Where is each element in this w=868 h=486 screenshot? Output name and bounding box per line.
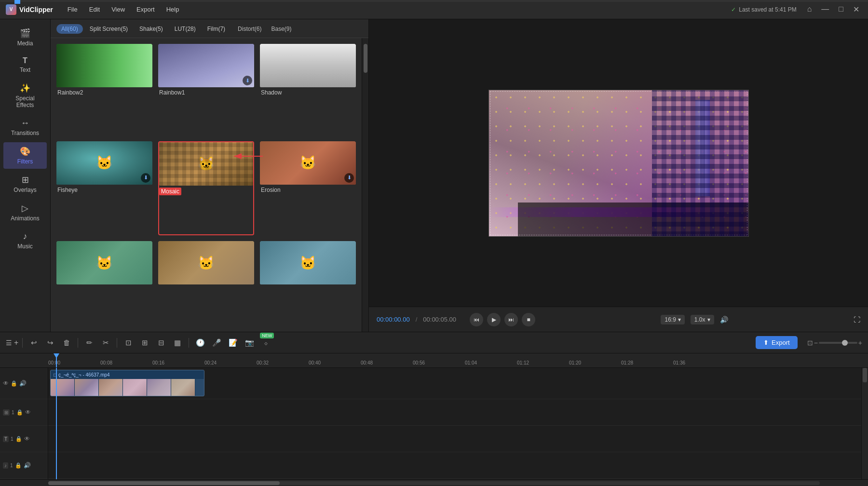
ruler-playhead	[56, 353, 57, 367]
filter-item-rainbow1[interactable]: ⬇ Rainbow1	[158, 44, 254, 135]
sidebar-item-special-effects[interactable]: ✨ Special Effects	[3, 79, 47, 112]
sidebar-item-overlays[interactable]: ⊞ Overlays	[3, 171, 47, 197]
close-button[interactable]: ✕	[850, 4, 862, 15]
text-track-num: 1	[11, 436, 14, 442]
text-track-lock[interactable]: 🔒	[15, 436, 22, 442]
ruler-seg-3: 00:24	[204, 360, 257, 365]
mic-button[interactable]: 🎤	[209, 336, 224, 350]
video-track-audio[interactable]: 🔊	[19, 380, 27, 387]
sidebar-label-transitions: Transitions	[6, 130, 44, 136]
filter-item-row3-3[interactable]: 🐱	[260, 241, 356, 326]
sidebar-item-media[interactable]: 🎬 Media	[3, 24, 47, 51]
filter-item-row3-2[interactable]: 🐱	[158, 241, 254, 326]
zoom-level-button[interactable]: 1.0x ▾	[691, 315, 714, 324]
filter-item-rainbow2[interactable]: Rainbow2	[56, 44, 152, 135]
menu-edit[interactable]: Edit	[84, 4, 105, 15]
filter-item-row3-1[interactable]: 🐱	[56, 241, 152, 326]
playback-controls: 00:00:00.00 / 00:00:05.00 ⏮ ▶ ⏭ ■ 16:9 ▾…	[369, 307, 868, 332]
redo-button[interactable]: ↪	[43, 336, 57, 350]
video-preview	[488, 90, 749, 237]
filter-item-mosaic[interactable]: 🐱 Mosaic	[158, 141, 254, 236]
filter-item-shadow[interactable]: Shadow	[260, 44, 356, 135]
menu-export[interactable]: Export	[132, 4, 160, 15]
expand-button[interactable]: ⛶	[854, 316, 860, 324]
sidebar-item-text[interactable]: T Text	[3, 53, 47, 77]
zoom-slider[interactable]	[819, 342, 857, 344]
filter-thumb-rainbow2	[56, 44, 152, 87]
download-icon-rainbow1: ⬇	[243, 76, 252, 85]
ruler-seg-4: 00:32	[257, 360, 309, 365]
sidebar-item-music[interactable]: ♪ Music	[3, 228, 47, 254]
tab-shake[interactable]: Shake(5)	[135, 24, 168, 34]
caption-button[interactable]: 📝	[226, 336, 240, 350]
undo-button[interactable]: ↩	[27, 336, 41, 350]
preview-video-area	[369, 19, 868, 307]
tab-all[interactable]: All(60)	[56, 24, 83, 34]
sidebar-item-filters[interactable]: 🎨 Filters	[3, 142, 47, 169]
trim-button[interactable]: ⊡	[121, 336, 136, 350]
tab-film[interactable]: Film(7)	[203, 24, 230, 34]
tab-split-screen[interactable]: Split Screen(5)	[85, 24, 133, 34]
clock-button[interactable]: 🕐	[193, 336, 207, 350]
text-track-visibility[interactable]: 👁	[24, 435, 30, 442]
tab-base[interactable]: Base(9)	[267, 24, 295, 34]
audio-track-icon: ♪	[3, 462, 8, 469]
audio-track-lock[interactable]: 🔒	[15, 462, 22, 469]
filter-thumb-row3-1: 🐱	[56, 241, 152, 284]
video-clip[interactable]: □ ç_¬é_ªç_¬ - 46637.mp4	[50, 370, 204, 396]
menu-help[interactable]: Help	[162, 4, 184, 15]
menu-file[interactable]: File	[63, 4, 82, 15]
video-track-visibility[interactable]: 👁	[3, 380, 9, 387]
timeline-vscroll[interactable]	[861, 368, 868, 479]
filter-grid: Rainbow2 ⬇ Rainbow1 Shadow	[51, 38, 362, 332]
prev-frame-button[interactable]: ⏮	[470, 313, 483, 326]
filter-thumb-erosion: 🐱 ⬇	[260, 141, 356, 185]
zoom-in-button[interactable]: +	[858, 339, 862, 347]
zoom-fit-button[interactable]: ⊡	[807, 339, 813, 347]
timeline-scrollbar[interactable]	[0, 479, 868, 486]
tab-distort[interactable]: Distort(6)	[234, 24, 265, 34]
sidebar-item-transitions[interactable]: ↔ Transitions	[3, 114, 47, 140]
cut-button[interactable]: ✂	[98, 336, 113, 350]
filter-scrollbar[interactable]	[362, 38, 368, 332]
volume-button[interactable]: 🔊	[720, 316, 728, 324]
zoom-out-button[interactable]: −	[814, 339, 818, 347]
zoom-chevron: ▾	[707, 316, 710, 323]
delete-button[interactable]: 🗑	[59, 336, 74, 350]
maximize-button[interactable]: □	[836, 4, 846, 15]
minimize-button[interactable]: —	[818, 4, 832, 15]
sidebar-item-animations[interactable]: ▷ Animations	[3, 199, 47, 226]
next-frame-button[interactable]: ⏭	[504, 313, 518, 326]
filter-thumb-fisheye: 🐱 ⬇	[56, 141, 152, 185]
zoom-level-label: 1.0x	[694, 316, 705, 323]
home-button[interactable]: ⌂	[804, 4, 815, 15]
video-track-header: 👁 🔒 🔊	[0, 368, 48, 399]
filter-item-fisheye[interactable]: 🐱 ⬇ Fisheye	[56, 141, 152, 236]
menu-bar: File Edit View Export Help	[63, 4, 731, 15]
edit-button[interactable]: ✏	[82, 336, 96, 350]
stop-button[interactable]: ■	[522, 313, 535, 326]
crop-button[interactable]: ⊟	[154, 336, 168, 350]
aspect-ratio-button[interactable]: 16:9 ▾	[661, 315, 684, 324]
audio-track-volume[interactable]: 🔊	[24, 462, 31, 469]
play-button[interactable]: ▶	[487, 313, 501, 326]
scrollbar-track[interactable]	[48, 481, 820, 485]
filter-thumb-rainbow1: ⬇	[158, 44, 254, 87]
tab-lut[interactable]: LUT(28)	[170, 24, 201, 34]
menu-view[interactable]: View	[107, 4, 130, 15]
export-button[interactable]: ⬆ Export	[756, 336, 798, 349]
video-track-lock[interactable]: 🔒	[11, 380, 17, 387]
app-logo: V VidClipper	[6, 4, 53, 15]
ruler-seg-6: 00:48	[361, 360, 413, 365]
add-track-button[interactable]: ☰ +	[6, 338, 18, 347]
image-track-visibility[interactable]: 👁	[25, 409, 31, 416]
save-status: ✓ Last saved at 5:41 PM	[731, 6, 796, 13]
media-icon: 🎬	[6, 28, 44, 39]
image-track-lock[interactable]: 🔒	[16, 409, 23, 416]
split-button[interactable]: ⊞	[137, 336, 152, 350]
camera-button[interactable]: 📷	[242, 336, 257, 350]
timeline-zoom-group: ⊡ − +	[807, 339, 862, 347]
bars-button[interactable]: ▦	[170, 336, 185, 350]
filter-item-erosion[interactable]: 🐱 ⬇ Erosion	[260, 141, 356, 236]
filter-panel: All(60) Split Screen(5) Shake(5) LUT(28)…	[51, 19, 369, 332]
